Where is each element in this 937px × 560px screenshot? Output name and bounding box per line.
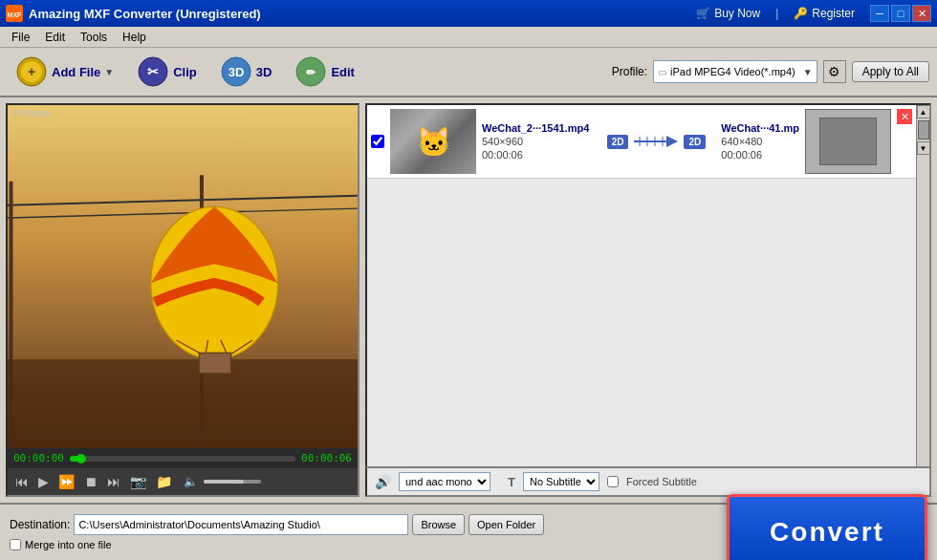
3d-icon: 3D (220, 55, 252, 88)
forced-subtitle-label: Forced Subtitle (626, 476, 697, 487)
fast-forward-button[interactable]: ⏩ (56, 472, 76, 491)
file-panel: WeChat_2···1541.mp4 540×960 00:00:06 2D (365, 103, 931, 497)
audio-track-select[interactable]: und aac mono (399, 472, 490, 491)
settings-button[interactable]: ⚙ (823, 60, 846, 83)
scroll-down-arrow[interactable]: ▼ (917, 141, 930, 155)
destination-section: Destination: Browse Open Folder Merge in… (10, 514, 717, 550)
source-dimensions: 540×960 (482, 136, 592, 147)
source-thumbnail (390, 109, 476, 174)
menu-edit[interactable]: Edit (37, 29, 73, 46)
seekbar[interactable] (70, 456, 295, 462)
add-file-icon: + (15, 55, 48, 88)
arrow-icon (632, 132, 680, 151)
svg-text:+: + (28, 64, 35, 79)
preview-label: Preview (13, 107, 51, 118)
open-folder-button[interactable]: Open Folder (468, 514, 544, 535)
forced-subtitle-checkbox[interactable] (607, 476, 619, 487)
app-title: Amazing MXF Converter (Unregistered) (29, 7, 261, 21)
output-dimensions: 640×480 (721, 136, 799, 147)
toolbar: + Add File ▼ ✂ Clip 3D 3D ✏ Edit Profile… (0, 48, 937, 97)
volume-slider[interactable] (204, 480, 261, 484)
time-start: 00:00:00 (13, 452, 64, 464)
bottom-bar: Destination: Browse Open Folder Merge in… (0, 503, 937, 560)
minimize-button[interactable]: ─ (870, 5, 889, 22)
merge-label: Merge into one file (25, 539, 112, 550)
register-label: Register (812, 7, 855, 20)
buy-label: Buy Now (714, 7, 760, 20)
merge-row: Merge into one file (10, 539, 717, 550)
profile-label: Profile: (612, 65, 647, 78)
title-bar: MXF Amazing MXF Converter (Unregistered)… (0, 0, 937, 27)
time-end: 00:00:06 (301, 452, 352, 464)
balloon-scene (8, 105, 358, 448)
stop-button[interactable]: ⏹ (82, 472, 99, 491)
subtitle-icon: T (508, 475, 515, 489)
file-checkbox[interactable] (371, 135, 384, 148)
convert-arrow: 2D (598, 132, 716, 151)
preview-panel: Preview (6, 103, 360, 497)
svg-rect-20 (199, 353, 230, 373)
title-left: MXF Amazing MXF Converter (Unregistered) (6, 5, 261, 22)
svg-rect-17 (8, 359, 358, 448)
clip-icon: ✂ (137, 55, 169, 88)
destination-label: Destination: (10, 518, 70, 531)
profile-select-container[interactable]: ▭ iPad MPEG4 Video(*.mp4) ▼ (653, 60, 817, 83)
output-filename: WeChat···41.mp (721, 122, 799, 134)
seekbar-container: 00:00:00 00:00:06 (8, 448, 358, 468)
browse-button[interactable]: Browse (412, 514, 465, 535)
cart-icon: 🛒 (696, 7, 710, 20)
scrollbar: ▲ ▼ (916, 105, 929, 466)
play-button[interactable]: ▶ (36, 472, 51, 491)
skip-back-button[interactable]: ⏮ (13, 472, 31, 491)
preview-video (8, 105, 358, 448)
menu-file[interactable]: File (4, 29, 37, 46)
svg-text:MXF: MXF (8, 11, 23, 18)
profile-value: iPad MPEG4 Video(*.mp4) (670, 66, 795, 77)
destination-path-input[interactable] (74, 514, 408, 535)
output-thumb-icon (819, 118, 877, 165)
menu-help[interactable]: Help (115, 29, 154, 46)
svg-text:✏: ✏ (306, 66, 316, 79)
convert-button[interactable]: Convert (727, 494, 927, 560)
file-item: WeChat_2···1541.mp4 540×960 00:00:06 2D (367, 105, 916, 179)
output-duration: 00:00:06 (721, 149, 799, 161)
restore-button[interactable]: □ (891, 5, 910, 22)
source-info: WeChat_2···1541.mp4 540×960 00:00:06 (482, 122, 592, 161)
title-controls: ─ □ ✕ (870, 5, 931, 22)
clip-button[interactable]: ✂ Clip (129, 52, 205, 92)
source-filename: WeChat_2···1541.mp4 (482, 122, 592, 134)
folder-button[interactable]: 📁 (154, 472, 174, 491)
scroll-up-arrow[interactable]: ▲ (917, 105, 930, 118)
file-list: WeChat_2···1541.mp4 540×960 00:00:06 2D (367, 105, 916, 466)
output-thumbnail (805, 109, 891, 174)
player-controls: ⏮ ▶ ⏩ ⏹ ⏭ 📷 📁 🔈 (8, 468, 358, 495)
add-file-dropdown-arrow: ▼ (104, 67, 114, 77)
remove-file-button[interactable]: ✕ (897, 109, 912, 124)
audio-icon: 🔊 (375, 474, 391, 489)
volume-icon: 🔈 (184, 475, 198, 488)
edit-icon: ✏ (294, 55, 327, 88)
file-list-container: WeChat_2···1541.mp4 540×960 00:00:06 2D (365, 103, 931, 468)
frame-forward-button[interactable]: ⏭ (105, 472, 122, 491)
add-file-button[interactable]: + Add File ▼ (8, 52, 121, 92)
buy-now-link[interactable]: 🛒 Buy Now (696, 7, 760, 20)
menu-tools[interactable]: Tools (73, 29, 115, 46)
source-2d-badge: 2D (607, 135, 629, 149)
close-button[interactable]: ✕ (912, 5, 931, 22)
screenshot-button[interactable]: 📷 (128, 472, 148, 491)
svg-text:✂: ✂ (147, 64, 159, 79)
key-icon: 🔑 (794, 7, 808, 20)
menu-bar: File Edit Tools Help (0, 27, 937, 48)
audio-subtitle-row: 🔊 und aac mono T No Subtitle Forced Subt… (365, 468, 931, 497)
edit-button[interactable]: ✏ Edit (287, 52, 362, 92)
svg-text:3D: 3D (228, 65, 244, 79)
scroll-thumb[interactable] (918, 120, 929, 140)
subtitle-select[interactable]: No Subtitle (523, 472, 599, 491)
apply-all-button[interactable]: Apply to All (852, 61, 929, 82)
register-link[interactable]: 🔑 Register (794, 7, 855, 20)
main-content: Preview (0, 97, 937, 503)
merge-checkbox[interactable] (10, 539, 21, 550)
3d-button[interactable]: 3D 3D (212, 52, 280, 92)
profile-bar: Profile: ▭ iPad MPEG4 Video(*.mp4) ▼ ⚙ A… (612, 60, 929, 83)
output-info: WeChat···41.mp 640×480 00:00:06 (721, 122, 799, 161)
